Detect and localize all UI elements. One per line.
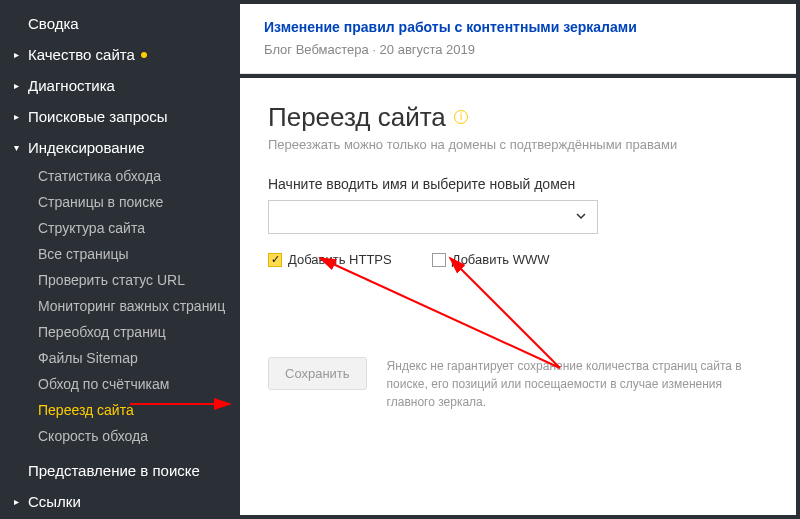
label: Сводка: [28, 15, 79, 32]
domain-field-label: Начните вводить имя и выберите новый дом…: [268, 176, 768, 192]
sidebar-item-indexing[interactable]: ▾Индексирование: [0, 132, 240, 163]
sidebar-sub-all-pages[interactable]: Все страницы: [30, 241, 240, 267]
add-www-checkbox[interactable]: Добавить WWW: [432, 252, 550, 267]
label: Ссылки: [28, 493, 81, 510]
notice-banner: Изменение правил работы с контентными зе…: [240, 4, 796, 74]
domain-select[interactable]: [268, 200, 598, 234]
sidebar-item-quality[interactable]: ▸Качество сайта: [0, 39, 240, 70]
caret-right-icon: ▸: [14, 496, 24, 507]
caret-right-icon: ▸: [14, 111, 24, 122]
notice-link[interactable]: Изменение правил работы с контентными зе…: [264, 19, 637, 35]
caret-down-icon: ▾: [14, 142, 24, 153]
sidebar-sub-crawl-stats[interactable]: Статистика обхода: [30, 163, 240, 189]
label: Качество сайта: [28, 46, 135, 63]
save-note: Яндекс не гарантирует сохранение количес…: [387, 357, 768, 411]
svg-line-0: [320, 258, 560, 368]
caret-right-icon: ▸: [14, 49, 24, 60]
save-row: Сохранить Яндекс не гарантирует сохранен…: [268, 357, 768, 411]
page-title: Переезд сайта: [268, 102, 446, 133]
sidebar-sub-site-move[interactable]: Переезд сайта: [30, 397, 240, 423]
checkbox-unchecked-icon: [432, 253, 446, 267]
sidebar-sub-recrawl[interactable]: Переобход страниц: [30, 319, 240, 345]
label: Представление в поиске: [28, 462, 200, 479]
sidebar-item-search-queries[interactable]: ▸Поисковые запросы: [0, 101, 240, 132]
label: Поисковые запросы: [28, 108, 168, 125]
sidebar-sub-crawl-by-counters[interactable]: Обход по счётчикам: [30, 371, 240, 397]
sidebar: Сводка ▸Качество сайта ▸Диагностика ▸Пои…: [0, 0, 240, 519]
sidebar-item-links[interactable]: ▸Ссылки: [0, 486, 240, 517]
page-subtitle: Переезжать можно только на домены с подт…: [268, 137, 768, 152]
label: Диагностика: [28, 77, 115, 94]
sidebar-item-appearance[interactable]: Представление в поиске: [0, 455, 240, 486]
checkbox-label: Добавить HTTPS: [288, 252, 392, 267]
chevron-down-icon: [575, 208, 587, 226]
sidebar-item-summary[interactable]: Сводка: [0, 8, 240, 39]
sidebar-sub-pages-in-search[interactable]: Страницы в поиске: [30, 189, 240, 215]
checkbox-checked-icon: ✓: [268, 253, 282, 267]
info-icon[interactable]: i: [454, 110, 468, 124]
sidebar-sub-site-structure[interactable]: Структура сайта: [30, 215, 240, 241]
content-area: Изменение правил работы с контентными зе…: [240, 0, 800, 519]
sidebar-sub-indexing: Статистика обхода Страницы в поиске Стру…: [0, 163, 240, 449]
save-button[interactable]: Сохранить: [268, 357, 367, 390]
svg-line-1: [450, 258, 560, 368]
notice-meta: Блог Вебмастера · 20 августа 2019: [264, 42, 772, 57]
sidebar-sub-sitemap-files[interactable]: Файлы Sitemap: [30, 345, 240, 371]
sidebar-sub-crawl-speed[interactable]: Скорость обхода: [30, 423, 240, 449]
notification-dot-icon: [141, 52, 147, 58]
sidebar-item-diagnostics[interactable]: ▸Диагностика: [0, 70, 240, 101]
main-panel: Переезд сайта i Переезжать можно только …: [240, 78, 796, 515]
sidebar-sub-check-url-status[interactable]: Проверить статус URL: [30, 267, 240, 293]
checkbox-row: ✓ Добавить HTTPS Добавить WWW: [268, 252, 768, 267]
sidebar-sub-important-pages[interactable]: Мониторинг важных страниц: [30, 293, 240, 319]
caret-right-icon: ▸: [14, 80, 24, 91]
add-https-checkbox[interactable]: ✓ Добавить HTTPS: [268, 252, 392, 267]
label: Индексирование: [28, 139, 145, 156]
checkbox-label: Добавить WWW: [452, 252, 550, 267]
